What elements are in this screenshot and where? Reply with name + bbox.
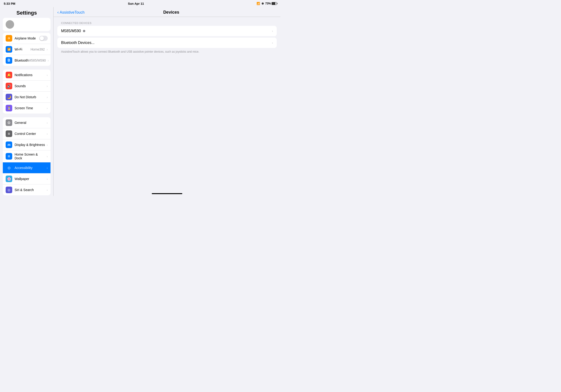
back-button[interactable]: ‹ AssistiveTouch [57,10,85,15]
home-bar [152,193,182,194]
accessibility-chevron: › [47,166,48,170]
bluetooth-devices-row[interactable]: Bluetooth Devices... › [57,38,277,48]
sidebar-item-notifications[interactable]: 🔔 Notifications › [3,70,51,81]
wifi-icon: 📶 [257,2,260,5]
airplane-mode-toggle[interactable] [39,36,48,41]
sidebar-item-siri-search[interactable]: ◎ Siri & Search › [3,185,51,195]
bluetooth-icon: B [6,57,12,64]
sounds-chevron: › [47,84,48,88]
wallpaper-chevron: › [47,177,48,181]
device-status-dot [83,30,85,32]
back-label: AssistiveTouch [60,10,85,15]
connected-devices-group: M585/M590 › [57,26,277,36]
display-group: ⚙ General › ⊞ Control Center › AA Displa… [3,117,51,195]
sidebar-item-control-center[interactable]: ⊞ Control Center › [3,128,51,139]
display-label: Display & Brightness [15,143,46,147]
wifi-value: Home392 [31,47,45,51]
home-screen-icon: ⊞ [6,153,12,160]
right-panel: ‹ AssistiveTouch Devices CONNECTED DEVIC… [54,7,280,196]
wifi-chevron: › [47,48,48,51]
siri-icon: ◎ [6,187,12,193]
sidebar: Settings ✈ Airplane Mode 📶 Wi-Fi Home392 [0,7,54,196]
status-time: 5:33 PM [4,2,15,5]
bluetooth-devices-chevron: › [272,41,273,45]
bluetooth-description: AssistiveTouch allows you to connect Blu… [57,48,277,54]
wallpaper-label: Wallpaper [15,177,46,181]
bluetooth-label: Bluetooth [15,58,28,62]
sidebar-item-home-screen[interactable]: ⊞ Home Screen & Dock › [3,150,51,162]
sidebar-item-general[interactable]: ⚙ General › [3,117,51,128]
battery-icon [271,2,277,5]
bluetooth-chevron: › [48,59,49,62]
battery-indicator: 73% [265,2,277,5]
sidebar-item-display-brightness[interactable]: AA Display & Brightness › [3,139,51,150]
sidebar-item-airplane-mode[interactable]: ✈ Airplane Mode [3,33,51,44]
airplane-mode-label: Airplane Mode [15,36,39,40]
profile-row[interactable] [3,18,51,31]
settings-scroll: ✈ Airplane Mode 📶 Wi-Fi Home392 › B Blue… [0,33,53,196]
general-chevron: › [47,121,48,125]
display-icon: AA [6,142,12,148]
right-content: CONNECTED DEVICES M585/M590 › Bluetooth … [54,17,280,192]
battery-percentage: 73% [265,2,271,5]
do-not-disturb-icon: 🌙 [6,94,12,100]
sidebar-item-bluetooth[interactable]: B Bluetooth M585/M590 › [3,55,51,66]
screen-time-chevron: › [47,107,48,110]
back-chevron-icon: ‹ [57,10,59,15]
notifications-label: Notifications [15,73,46,77]
screen-time-label: Screen Time [15,106,46,110]
sounds-label: Sounds [15,84,46,88]
sidebar-title: Settings [0,7,53,18]
home-screen-label: Home Screen & Dock [15,152,46,160]
general-icon: ⚙ [6,120,12,126]
bluetooth-value: M585/M590 [28,58,46,62]
connectivity-group: ✈ Airplane Mode 📶 Wi-Fi Home392 › B Blue… [3,33,51,66]
bluetooth-devices-label: Bluetooth Devices... [61,41,272,45]
notifications-icon: 🔔 [6,72,12,78]
notifications-chevron: › [47,73,48,77]
sidebar-item-screen-time[interactable]: ⏳ Screen Time › [3,103,51,113]
sidebar-item-wifi[interactable]: 📶 Wi-Fi Home392 › [3,44,51,55]
control-center-icon: ⊞ [6,131,12,137]
avatar [6,20,14,29]
control-center-chevron: › [47,132,48,136]
device-label: M585/M590 [61,29,272,33]
do-not-disturb-label: Do Not Disturb [15,95,46,99]
siri-label: Siri & Search [15,188,46,192]
sidebar-item-sounds[interactable]: 🔊 Sounds › [3,81,51,92]
device-m585-m590[interactable]: M585/M590 › [57,26,277,36]
status-bar-right: 📶 ⊛ 73% [257,2,277,5]
control-center-label: Control Center [15,132,46,136]
wallpaper-icon: 🌸 [6,175,12,182]
connected-devices-header: CONNECTED DEVICES [57,22,277,24]
screen-time-icon: ⏳ [6,105,12,111]
accessibility-icon: ⊙ [6,164,12,171]
siri-chevron: › [47,188,48,192]
sounds-icon: 🔊 [6,83,12,89]
display-chevron: › [47,143,48,147]
home-screen-chevron: › [47,155,48,158]
right-panel-title: Devices [85,10,258,15]
main-layout: Settings ✈ Airplane Mode 📶 Wi-Fi Home392 [0,7,280,196]
home-bar-container [54,192,280,196]
status-date: Sun Apr 11 [128,2,144,5]
bluetooth-devices-group: Bluetooth Devices... › [57,38,277,48]
accessibility-label: Accessibility [15,166,46,170]
notifications-group: 🔔 Notifications › 🔊 Sounds › 🌙 Do Not Di… [3,70,51,113]
sidebar-item-accessibility[interactable]: ⊙ Accessibility › [3,162,51,174]
wifi-settings-icon: 📶 [6,46,12,53]
location-icon: ⊛ [261,2,264,5]
status-bar: 5:33 PM Sun Apr 11 📶 ⊛ 73% [0,0,280,7]
wifi-label: Wi-Fi [15,47,31,51]
device-chevron: › [272,29,273,33]
sidebar-item-do-not-disturb[interactable]: 🌙 Do Not Disturb › [3,92,51,103]
sidebar-item-wallpaper[interactable]: 🌸 Wallpaper › [3,174,51,185]
general-label: General [15,121,46,125]
airplane-icon: ✈ [6,35,12,42]
do-not-disturb-chevron: › [47,95,48,99]
right-header: ‹ AssistiveTouch Devices [54,7,280,17]
